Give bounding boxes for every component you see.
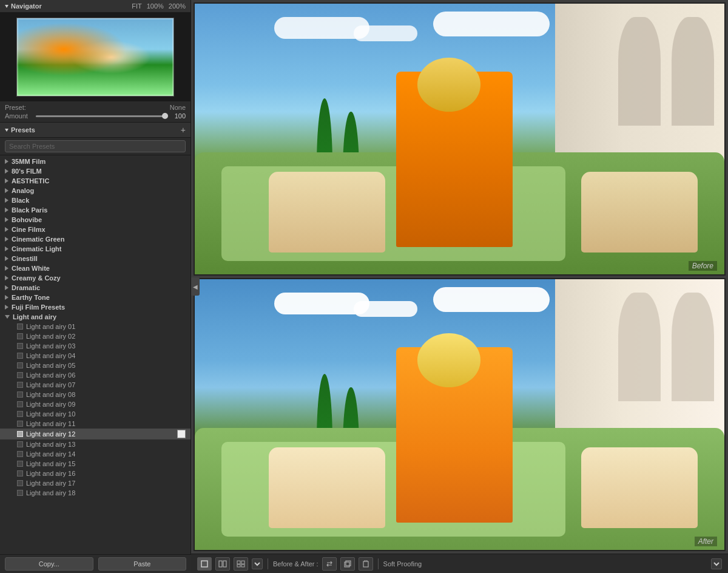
collapse-icon[interactable] (5, 227, 8, 232)
copy-button[interactable]: Copy... (5, 557, 93, 571)
preset-item[interactable]: Light and airy 05 (0, 361, 190, 370)
active-swatch (177, 430, 186, 438)
preset-group-item[interactable]: Cinematic Light (0, 244, 190, 254)
group-label: Earthy Tone (12, 294, 50, 301)
presets-list[interactable]: 35MM Film80's FILMAESTHETICAnalogBlackBl… (0, 155, 190, 554)
collapse-icon[interactable] (5, 178, 8, 183)
preset-icon (17, 411, 23, 417)
survey-view-btn[interactable] (234, 557, 248, 571)
preset-item[interactable]: Light and airy 15 (0, 459, 190, 469)
preset-icon (17, 421, 23, 427)
preset-group-item[interactable]: 80's FILM (0, 166, 190, 176)
collapse-icon[interactable] (5, 305, 8, 310)
presets-header: Presets + (0, 123, 190, 138)
navigator-thumbnail[interactable] (16, 18, 174, 97)
preset-group-item[interactable]: Clean White (0, 263, 190, 273)
compare-view-btn[interactable] (215, 557, 230, 571)
group-label: 80's FILM (12, 168, 42, 175)
preset-group-item[interactable]: Bohovibe (0, 215, 190, 225)
view-mode-select[interactable]: ▼ (252, 558, 263, 569)
preset-label: Light and airy 06 (26, 371, 75, 379)
preset-item[interactable]: Light and airy 03 (0, 341, 190, 351)
collapse-icon[interactable] (5, 276, 8, 280)
preset-group-item[interactable]: AESTHETIC (0, 176, 190, 186)
navigator-preview[interactable] (0, 13, 190, 101)
preset-item[interactable]: Light and airy 13 (0, 439, 190, 449)
preset-group-item[interactable]: Light and airy (0, 312, 190, 322)
panel-collapse-arrow[interactable]: ◀ (191, 277, 200, 296)
preset-label: Light and airy 05 (26, 362, 75, 369)
swap-btn[interactable] (322, 557, 337, 571)
toolbar-sep-2 (378, 558, 379, 569)
amount-slider-thumb[interactable] (162, 113, 168, 119)
preset-item[interactable]: Light and airy 14 (0, 449, 190, 459)
preset-item[interactable]: Light and airy 17 (0, 478, 190, 488)
preset-icon (17, 480, 23, 486)
after-photo-panel[interactable]: After (194, 278, 726, 551)
navigator-title[interactable]: Navigator (5, 2, 42, 10)
expand-icon[interactable] (5, 315, 10, 319)
preset-label: Light and airy 11 (26, 420, 75, 427)
collapse-icon[interactable] (5, 169, 8, 174)
preset-item[interactable]: Light and airy 08 (0, 390, 190, 399)
preset-item[interactable]: Light and airy 04 (0, 351, 190, 361)
preset-group-item[interactable]: Cinestill (0, 254, 190, 263)
copy-settings-btn[interactable] (340, 557, 355, 571)
collapse-icon[interactable] (5, 246, 8, 251)
group-label: Cine Filmx (12, 226, 46, 233)
zoom-100-btn[interactable]: 100% (147, 2, 164, 10)
preset-icon (17, 401, 23, 407)
preset-item[interactable]: Light and airy 06 (0, 370, 190, 380)
preset-item[interactable]: Light and airy 09 (0, 399, 190, 409)
collapse-icon[interactable] (5, 188, 8, 193)
paste-settings-btn[interactable] (359, 557, 373, 571)
zoom-fit-btn[interactable]: FIT (132, 2, 142, 10)
preset-item[interactable]: Light and airy 18 (0, 488, 190, 498)
preset-item[interactable]: Light and airy 16 (0, 469, 190, 478)
presets-title[interactable]: Presets (5, 126, 35, 134)
collapse-icon[interactable] (5, 159, 8, 164)
soft-proofing-select[interactable]: ▼ (711, 558, 722, 569)
add-preset-button[interactable]: + (181, 126, 186, 134)
group-label: Bohovibe (12, 216, 42, 223)
preset-group-item[interactable]: Creamy & Cozy (0, 273, 190, 283)
preset-group-item[interactable]: Dramatic (0, 283, 190, 293)
preset-item[interactable]: Light and airy 10 (0, 409, 190, 419)
collapse-icon[interactable] (5, 217, 8, 222)
preset-group-item[interactable]: Earthy Tone (0, 293, 190, 302)
preset-item[interactable]: Light and airy 07 (0, 380, 190, 390)
after-photo (195, 279, 724, 550)
navigator-collapse-icon[interactable] (5, 5, 8, 8)
single-view-btn[interactable] (197, 557, 212, 571)
collapse-icon[interactable] (5, 208, 8, 212)
preset-group-item[interactable]: Fuji Film Presets (0, 302, 190, 312)
collapse-icon[interactable] (5, 256, 8, 261)
preset-label: Light and airy 14 (26, 450, 75, 458)
preset-icon (17, 372, 23, 378)
collapse-icon[interactable] (5, 198, 8, 203)
collapse-icon[interactable] (5, 295, 8, 300)
preset-group-item[interactable]: Black (0, 195, 190, 205)
preset-item[interactable]: Light and airy 02 (0, 331, 190, 341)
paste-button[interactable]: Paste (98, 557, 187, 571)
bottom-buttons: Copy... Paste (0, 554, 191, 573)
preset-group-item[interactable]: Cinematic Green (0, 234, 190, 244)
preset-icon (17, 382, 23, 388)
collapse-icon[interactable] (5, 237, 8, 242)
group-label: Fuji Film Presets (12, 303, 65, 311)
before-photo-panel[interactable]: Before (194, 2, 726, 276)
preset-group-item[interactable]: 35MM Film (0, 157, 190, 166)
preset-item[interactable]: Light and airy 11 (0, 419, 190, 429)
collapse-icon[interactable] (5, 266, 8, 271)
preset-group-item[interactable]: Black Paris (0, 205, 190, 215)
collapse-icon[interactable] (5, 285, 8, 290)
preset-group-item[interactable]: Cine Filmx (0, 225, 190, 234)
preset-label: Light and airy 18 (26, 489, 75, 497)
presets-collapse-icon[interactable] (5, 129, 8, 132)
amount-slider[interactable] (36, 115, 165, 117)
zoom-200-btn[interactable]: 200% (169, 2, 186, 10)
preset-item[interactable]: Light and airy 01 (0, 322, 190, 331)
preset-item[interactable]: Light and airy 12 (0, 429, 190, 439)
preset-group-item[interactable]: Analog (0, 186, 190, 195)
preset-search-input[interactable] (5, 140, 186, 152)
